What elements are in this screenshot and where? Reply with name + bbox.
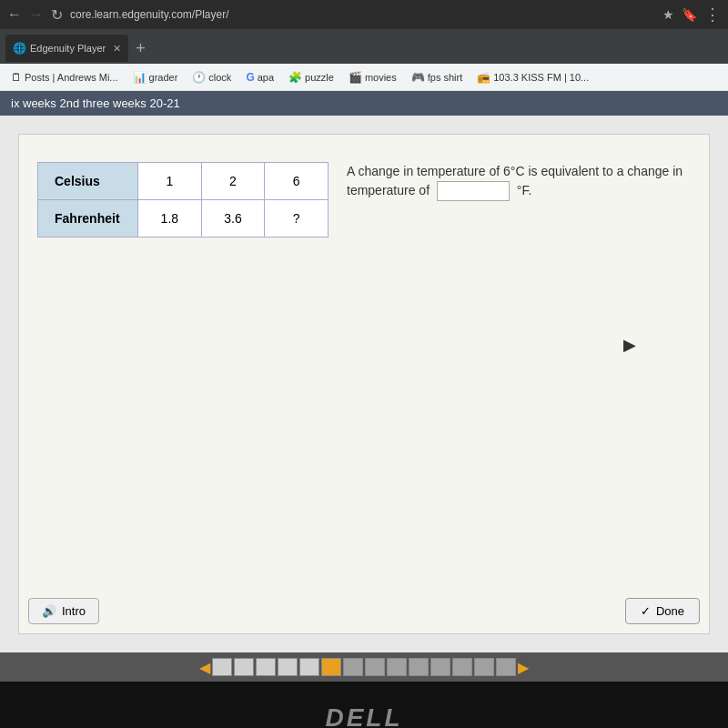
fahrenheit-1.8: 1.8 xyxy=(138,200,202,238)
main-content: Celsius 1 2 6 Fahrenheit 1.8 3.6 ? A cha… xyxy=(0,116,728,652)
progress-box-7[interactable] xyxy=(343,658,363,676)
check-icon: ✓ xyxy=(641,604,651,618)
answer-input[interactable] xyxy=(437,181,510,201)
fahrenheit-question: ? xyxy=(265,200,329,238)
dell-area: DELL xyxy=(0,682,728,728)
mouse-cursor: ▶ xyxy=(623,335,636,355)
bookmark-clock[interactable]: 🕐 clock xyxy=(188,69,235,86)
radio-label: 103.3 KISS FM | 10... xyxy=(493,72,589,83)
progress-bar-area: ◀ ▶ xyxy=(0,652,728,682)
bookmark-grader[interactable]: 📊 grader xyxy=(129,69,182,86)
progress-box-3[interactable] xyxy=(256,658,276,676)
bookmark-radio[interactable]: 📻 103.3 KISS FM | 10... xyxy=(473,69,592,86)
panel-bottom-controls: 🔊 Intro ✓ Done xyxy=(28,598,700,624)
celsius-1: 1 xyxy=(138,163,202,200)
tab-label: Edgenuity Player xyxy=(30,43,106,54)
movies-icon: 🎬 xyxy=(349,71,362,84)
progress-box-11[interactable] xyxy=(430,658,450,676)
menu-icon[interactable]: ⋮ xyxy=(704,5,721,25)
progress-box-4[interactable] xyxy=(278,658,298,676)
temperature-table: Celsius 1 2 6 Fahrenheit 1.8 3.6 ? xyxy=(37,162,329,238)
fps-shirt-label: fps shirt xyxy=(428,72,463,83)
done-button[interactable]: ✓ Done xyxy=(625,598,700,624)
table-row-celsius: Celsius 1 2 6 xyxy=(38,163,329,200)
celsius-label: Celsius xyxy=(38,163,138,200)
new-tab-button[interactable]: + xyxy=(130,39,151,58)
grader-icon: 📊 xyxy=(133,71,147,84)
clock-label: clock xyxy=(208,72,231,83)
puzzle-label: puzzle xyxy=(305,72,334,83)
clock-icon: 🕐 xyxy=(192,71,206,84)
speaker-icon: 🔊 xyxy=(42,604,56,618)
tabs-bar: 🌐 Edgenuity Player ✕ + xyxy=(0,29,728,64)
bookmarks-bar: 🗒 Posts | Andrews Mi... 📊 grader 🕐 clock… xyxy=(0,64,728,91)
posts-label: Posts | Andrews Mi... xyxy=(25,72,118,83)
question-text-before: A change in temperature of 6°C is equiva… xyxy=(347,164,682,197)
question-area: A change in temperature of 6°C is equiva… xyxy=(347,162,691,201)
content-panel: Celsius 1 2 6 Fahrenheit 1.8 3.6 ? A cha… xyxy=(18,134,710,634)
star-icon[interactable]: ★ xyxy=(662,7,674,22)
intro-label: Intro xyxy=(62,604,86,618)
progress-box-5[interactable] xyxy=(299,658,319,676)
back-icon[interactable]: ← xyxy=(7,6,22,23)
done-label: Done xyxy=(656,604,684,618)
posts-icon: 🗒 xyxy=(11,71,22,84)
address-bar: ← → ↻ core.learn.edgenuity.com/Player/ ★… xyxy=(0,0,728,29)
page-header-text: ix weeks 2nd three weeks 20-21 xyxy=(11,96,180,110)
bookmark-apa[interactable]: G apa xyxy=(242,69,278,86)
refresh-icon[interactable]: ↻ xyxy=(51,6,63,24)
table-row-fahrenheit: Fahrenheit 1.8 3.6 ? xyxy=(38,200,329,238)
intro-button[interactable]: 🔊 Intro xyxy=(28,598,99,624)
bookmark-fps-shirt[interactable]: 🎮 fps shirt xyxy=(408,69,467,86)
progress-box-14[interactable] xyxy=(496,658,516,676)
celsius-6: 6 xyxy=(265,163,329,200)
active-tab[interactable]: 🌐 Edgenuity Player ✕ xyxy=(5,35,128,62)
forward-icon[interactable]: → xyxy=(29,6,44,23)
bookmark-movies[interactable]: 🎬 movies xyxy=(345,69,400,86)
fahrenheit-3.6: 3.6 xyxy=(201,200,265,238)
progress-box-9[interactable] xyxy=(387,658,407,676)
google-icon: G xyxy=(246,71,254,84)
progress-box-8[interactable] xyxy=(365,658,385,676)
progress-box-10[interactable] xyxy=(409,658,429,676)
progress-box-2[interactable] xyxy=(234,658,254,676)
fps-shirt-icon: 🎮 xyxy=(411,71,425,84)
progress-box-12[interactable] xyxy=(452,658,472,676)
progress-box-13[interactable] xyxy=(474,658,494,676)
bookmark-icon[interactable]: 🔖 xyxy=(682,7,697,22)
fahrenheit-label: Fahrenheit xyxy=(38,200,138,238)
tab-favicon: 🌐 xyxy=(13,42,26,55)
celsius-2: 2 xyxy=(201,163,265,200)
dell-logo: DELL xyxy=(325,703,402,728)
progress-box-1[interactable] xyxy=(212,658,232,676)
progress-box-6[interactable] xyxy=(321,658,341,676)
apa-label: apa xyxy=(258,72,274,83)
progress-prev-arrow[interactable]: ◀ xyxy=(199,659,210,676)
bookmark-posts[interactable]: 🗒 Posts | Andrews Mi... xyxy=(7,69,122,86)
bookmark-puzzle[interactable]: 🧩 puzzle xyxy=(285,69,338,86)
question-text-after: °F. xyxy=(517,183,532,197)
tab-close-icon[interactable]: ✕ xyxy=(113,43,121,55)
address-text[interactable]: core.learn.edgenuity.com/Player/ xyxy=(70,8,655,21)
puzzle-icon: 🧩 xyxy=(288,71,302,84)
movies-label: movies xyxy=(365,72,397,83)
radio-icon: 📻 xyxy=(477,71,490,84)
grader-label: grader xyxy=(149,72,178,83)
progress-next-arrow[interactable]: ▶ xyxy=(518,659,529,676)
page-header: ix weeks 2nd three weeks 20-21 xyxy=(0,91,728,116)
